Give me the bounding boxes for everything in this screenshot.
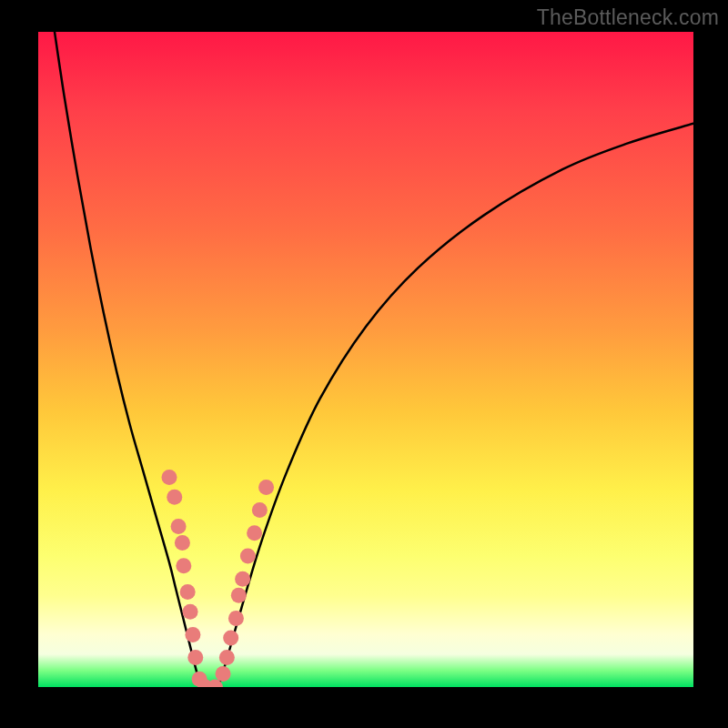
plot-svg [38,32,693,687]
marker-point [258,480,274,495]
marker-point [252,502,268,518]
marker-point [187,650,203,665]
marker-point [180,584,196,600]
marker-point [175,535,190,551]
marker-point [219,650,235,665]
marker-point [162,470,177,485]
marker-point [228,611,244,626]
marker-point [171,519,187,534]
marker-point [231,588,247,603]
curve-right-curve [218,124,693,687]
watermark-text: TheBottleneck.com [537,5,719,30]
marker-point [183,604,198,620]
marker-point [223,631,238,646]
chart-frame: TheBottleneck.com [0,0,728,728]
marker-point [247,525,262,541]
marker-point [216,666,231,682]
marker-point [240,549,256,564]
marker-point [185,627,200,642]
marker-point [235,571,250,587]
marker-point [176,558,191,573]
curve-left-curve [55,32,201,687]
plot-area [38,32,693,687]
marker-point [167,490,182,505]
